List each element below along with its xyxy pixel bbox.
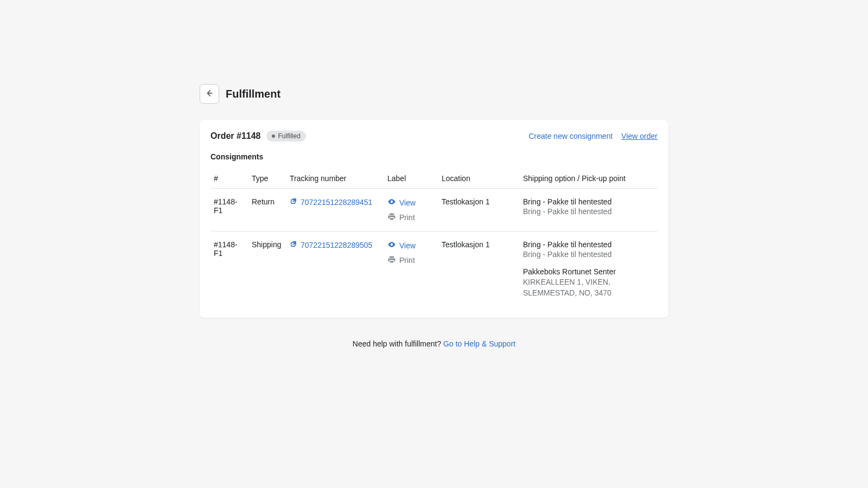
help-support-link[interactable]: Go to Help & Support	[443, 339, 515, 348]
section-title: Consignments	[210, 152, 658, 161]
th-label: Label	[384, 169, 438, 189]
cell-shipping: Bring - Pakke til hentested Bring - Pakk…	[520, 232, 658, 307]
page-title: Fulfillment	[226, 88, 280, 100]
view-label-action[interactable]: View	[387, 197, 435, 208]
footer-prompt: Need help with fulfillment?	[353, 339, 443, 348]
cell-tracking: 70722151228289451	[286, 189, 384, 232]
status-badge: Fulfilled	[266, 131, 306, 142]
card-header: Order #1148 Fulfilled Create new consign…	[210, 131, 658, 142]
page-header: Fulfillment	[200, 84, 668, 104]
cell-shipping: Bring - Pakke til hentested Bring - Pakk…	[520, 189, 658, 232]
consignments-table: # Type Tracking number Label Location Sh…	[210, 169, 658, 307]
tracking-link[interactable]: 70722151228289505	[290, 240, 372, 249]
status-dot-icon	[272, 134, 275, 138]
tracking-link[interactable]: 70722151228289451	[290, 197, 372, 207]
cell-label: View Print	[384, 232, 438, 307]
cell-type: Return	[248, 189, 286, 232]
svg-point-1	[391, 201, 392, 202]
cell-label: View Print	[384, 189, 438, 232]
svg-point-3	[391, 244, 392, 245]
order-card: Order #1148 Fulfilled Create new consign…	[200, 120, 668, 318]
print-label-action[interactable]: Print	[387, 212, 435, 222]
footer-help: Need help with fulfillment? Go to Help &…	[200, 339, 668, 348]
cell-tracking: 70722151228289505	[286, 232, 384, 307]
eye-icon	[387, 240, 396, 251]
table-row: #1148-F1 Shipping 70722151228289505	[210, 232, 658, 307]
cell-id: #1148-F1	[210, 189, 248, 232]
create-consignment-link[interactable]: Create new consignment	[528, 132, 612, 140]
cell-location: Testlokasjon 1	[438, 189, 520, 232]
back-button[interactable]	[200, 84, 219, 104]
arrow-left-icon	[205, 88, 214, 100]
th-shipping: Shipping option / Pick-up point	[520, 169, 658, 189]
cell-id: #1148-F1	[210, 232, 248, 307]
order-title: Order #1148	[210, 131, 261, 141]
eye-icon	[387, 197, 396, 208]
cell-type: Shipping	[248, 232, 286, 307]
print-icon	[387, 255, 396, 265]
th-type: Type	[248, 169, 286, 189]
view-label-action[interactable]: View	[387, 240, 435, 251]
cell-location: Testlokasjon 1	[438, 232, 520, 307]
th-id: #	[210, 169, 248, 189]
external-link-icon	[290, 197, 297, 207]
table-row: #1148-F1 Return 70722151228289451	[210, 189, 658, 232]
external-link-icon	[290, 240, 297, 249]
th-tracking: Tracking number	[286, 169, 384, 189]
print-icon	[387, 212, 396, 222]
view-order-link[interactable]: View order	[621, 132, 658, 140]
print-label-action[interactable]: Print	[387, 255, 435, 265]
status-label: Fulfilled	[278, 132, 301, 140]
th-location: Location	[438, 169, 520, 189]
